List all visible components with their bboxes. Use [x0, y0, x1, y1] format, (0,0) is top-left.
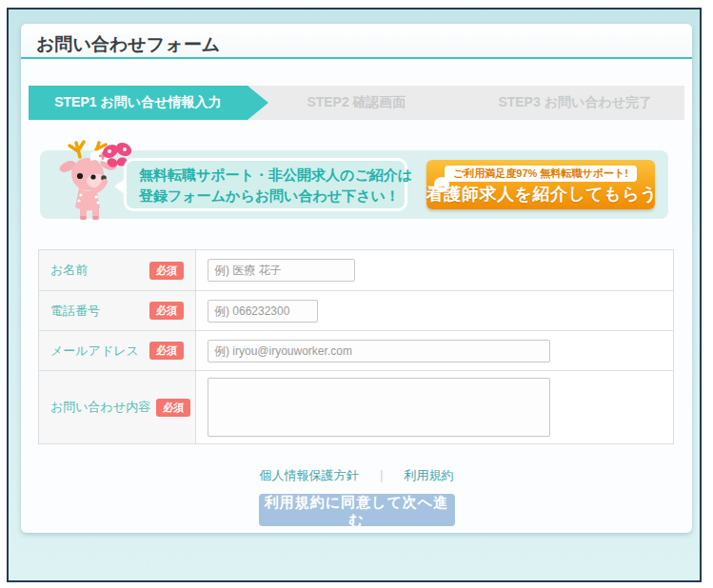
step-2-label: STEP2 確認画面	[307, 94, 406, 111]
required-badge: 必須	[149, 302, 184, 320]
required-badge: 必須	[149, 342, 184, 360]
message-label-cell: お問い合わせ内容 必須	[39, 371, 196, 443]
step-1-label: STEP1 お問い合せ情報入力	[54, 94, 221, 111]
cta-label: 看護師求人を紹介してもらう	[426, 183, 655, 206]
phone-input-cell	[196, 291, 673, 330]
step-indicator: STEP1 お問い合せ情報入力 STEP2 確認画面 STEP3 お問い合わせ完…	[29, 86, 684, 120]
outer-frame: お問い合わせフォーム STEP1 お問い合せ情報入力 STEP2 確認画面 ST…	[7, 8, 702, 582]
phone-label: 電話番号	[50, 303, 100, 320]
policy-links: 個人情報保護方針 ｜ 利用規約	[21, 467, 692, 484]
agree-and-next-button[interactable]: 利用規約に同意して次へ進む	[259, 494, 455, 526]
step-2: STEP2 確認画面	[248, 86, 466, 120]
contact-form-table: お名前 必須 電話番号 必須	[38, 249, 674, 444]
required-badge: 必須	[156, 399, 190, 417]
message-input-cell	[196, 371, 673, 443]
terms-link[interactable]: 利用規約	[404, 468, 453, 482]
link-separator: ｜	[375, 468, 387, 482]
contact-form-card: お問い合わせフォーム STEP1 お問い合せ情報入力 STEP2 確認画面 ST…	[21, 24, 692, 533]
speech-bubble: 無料転職サポート・非公開求人のご紹介は 登録フォームからお問い合わせ下さい！	[124, 158, 407, 211]
email-input-cell	[196, 331, 673, 370]
step-3: STEP3 お問い合わせ完了	[465, 86, 684, 120]
message-textarea[interactable]	[208, 378, 550, 437]
email-label-cell: メールアドレス 必須	[39, 331, 196, 370]
form-row-name: お名前 必須	[39, 250, 673, 290]
banner-message-line1: 無料転職サポート・非公開求人のご紹介は	[139, 165, 405, 186]
form-row-email: メールアドレス 必須	[39, 330, 673, 370]
page-title: お問い合わせフォーム	[36, 32, 220, 57]
page-background: お問い合わせフォーム STEP1 お問い合せ情報入力 STEP2 確認画面 ST…	[0, 0, 713, 588]
form-row-message: お問い合わせ内容 必須	[39, 370, 673, 443]
privacy-policy-link[interactable]: 個人情報保護方針	[260, 468, 359, 482]
message-label: お問い合わせ内容	[50, 399, 150, 416]
step-3-label: STEP3 お問い合わせ完了	[498, 94, 652, 111]
name-input[interactable]	[208, 259, 355, 282]
arrow-circle-icon: →	[434, 177, 449, 192]
form-row-phone: 電話番号 必須	[39, 290, 673, 330]
promo-banner: 無料転職サポート・非公開求人のご紹介は 登録フォームからお問い合わせ下さい！ →…	[40, 150, 668, 219]
email-input[interactable]	[208, 340, 550, 363]
email-label: メールアドレス	[50, 343, 139, 360]
name-label-cell: お名前 必須	[39, 250, 196, 290]
step-1-current: STEP1 お問い合せ情報入力	[29, 86, 248, 120]
banner-message-line2: 登録フォームからお問い合わせ下さい！	[139, 186, 405, 206]
required-badge: 必須	[149, 262, 184, 280]
name-input-cell	[196, 250, 673, 290]
name-label: お名前	[50, 262, 88, 279]
nurse-job-cta-button[interactable]: → ご利用満足度97% 無料転職サポート! 看護師求人を紹介してもらう	[426, 160, 655, 209]
cta-satisfaction-badge: ご利用満足度97% 無料転職サポート!	[445, 166, 637, 182]
phone-label-cell: 電話番号 必須	[39, 291, 196, 330]
phone-input[interactable]	[208, 300, 318, 323]
page-header: お問い合わせフォーム	[21, 24, 692, 59]
